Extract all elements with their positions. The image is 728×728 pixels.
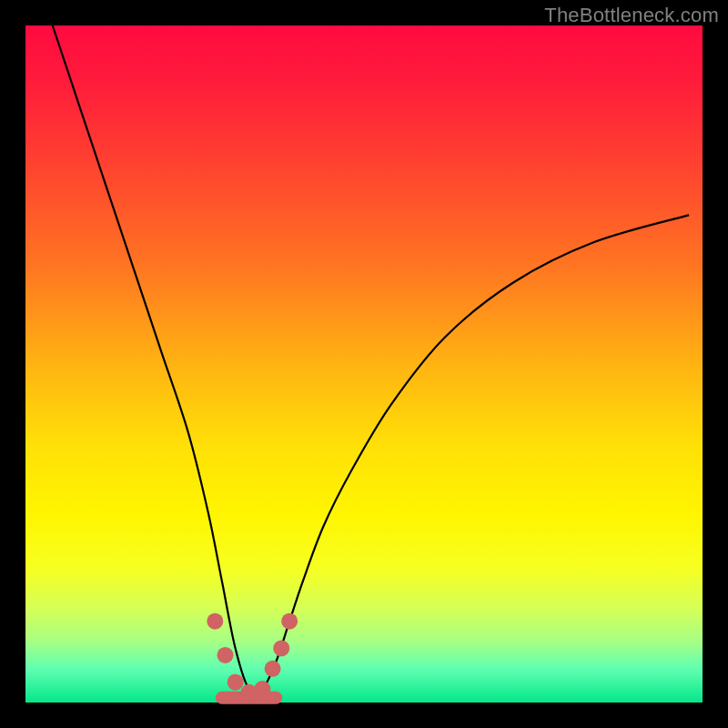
highlight-dot <box>273 640 289 656</box>
chart-container: TheBottleneck.com <box>0 0 728 728</box>
highlight-dot <box>254 681 270 697</box>
bottleneck-chart <box>0 0 728 728</box>
highlight-dot <box>265 661 281 677</box>
highlight-dot <box>217 647 233 663</box>
watermark-text: TheBottleneck.com <box>544 4 719 27</box>
highlight-dot <box>281 613 298 630</box>
plot-area <box>25 25 703 703</box>
highlight-dot <box>228 674 244 691</box>
highlight-dot <box>207 613 223 630</box>
